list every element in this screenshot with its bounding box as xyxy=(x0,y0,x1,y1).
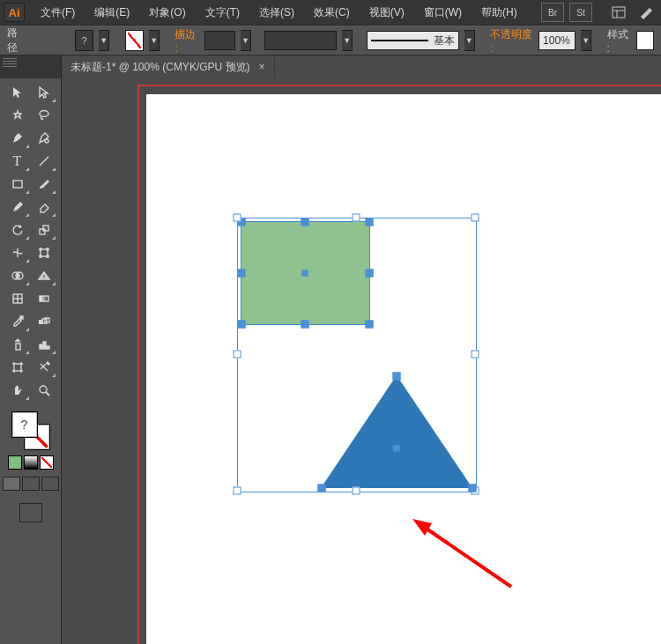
free-transform-tool[interactable] xyxy=(32,242,56,263)
draw-normal-mode[interactable] xyxy=(3,477,20,491)
curvature-tool[interactable] xyxy=(32,128,56,149)
lasso-tool[interactable] xyxy=(32,105,56,126)
opacity-dropdown[interactable]: ▼ xyxy=(581,30,591,51)
menu-select[interactable]: 选择(S) xyxy=(250,2,303,24)
magic-wand-tool[interactable] xyxy=(5,105,30,126)
anchor[interactable] xyxy=(318,485,326,492)
app-logo: Ai xyxy=(4,3,25,22)
svg-rect-24 xyxy=(20,316,23,319)
symbol-sprayer-tool[interactable] xyxy=(5,334,30,355)
svg-point-12 xyxy=(46,248,48,250)
stock-button[interactable]: St xyxy=(569,3,592,22)
bridge-button[interactable]: Br xyxy=(541,3,564,22)
scale-tool[interactable] xyxy=(32,219,56,241)
document-tab-close[interactable]: × xyxy=(259,61,265,73)
svg-rect-28 xyxy=(16,344,20,350)
graphic-style-swatch[interactable] xyxy=(636,31,654,50)
column-graph-tool[interactable] xyxy=(32,334,56,355)
hand-tool[interactable] xyxy=(5,380,30,401)
canvas-viewport[interactable] xyxy=(62,78,661,644)
color-mode-color[interactable] xyxy=(8,455,22,470)
svg-line-5 xyxy=(40,157,48,166)
svg-rect-7 xyxy=(40,229,45,234)
slice-tool[interactable] xyxy=(32,357,56,378)
direct-selection-tool[interactable] xyxy=(32,82,56,103)
menu-effect[interactable]: 效果(C) xyxy=(305,2,359,24)
width-tool[interactable] xyxy=(5,242,30,263)
artboard-tool[interactable] xyxy=(5,357,30,378)
eraser-tool[interactable] xyxy=(32,196,56,218)
sel-handle[interactable] xyxy=(234,487,241,495)
stroke-weight-dropdown[interactable]: ▼ xyxy=(241,30,251,51)
line-segment-tool[interactable] xyxy=(32,151,56,172)
sel-handle[interactable] xyxy=(234,351,241,359)
brush-definition-dropdown[interactable]: ▼ xyxy=(464,30,475,51)
menu-type[interactable]: 文字(T) xyxy=(197,2,249,24)
fill-dropdown[interactable]: ▼ xyxy=(99,30,109,51)
anchor[interactable] xyxy=(469,485,477,492)
svg-point-41 xyxy=(40,386,47,393)
menu-object[interactable]: 对象(O) xyxy=(140,2,194,24)
draw-behind-mode[interactable] xyxy=(22,477,40,491)
arrange-documents-icon[interactable] xyxy=(608,4,629,21)
shape-builder-tool[interactable] xyxy=(5,265,30,286)
eyedropper-tool[interactable] xyxy=(5,311,30,332)
gpu-brush-icon[interactable] xyxy=(635,4,656,21)
svg-rect-31 xyxy=(47,346,49,349)
rectangle-tool[interactable] xyxy=(5,174,30,195)
menu-file[interactable]: 文件(F) xyxy=(32,2,84,24)
perspective-grid-tool[interactable] xyxy=(32,265,56,286)
sel-handle[interactable] xyxy=(353,214,360,222)
pencil-tool[interactable] xyxy=(5,196,30,218)
selection-tool[interactable] xyxy=(5,82,30,103)
selection-bounds-outer[interactable] xyxy=(237,218,477,492)
stroke-weight-field[interactable] xyxy=(204,31,235,50)
center-point[interactable] xyxy=(394,446,400,452)
fill-color-indicator[interactable] xyxy=(11,411,38,438)
draw-inside-mode[interactable] xyxy=(41,477,59,491)
svg-rect-29 xyxy=(40,344,42,349)
zoom-tool[interactable] xyxy=(32,380,56,401)
screen-mode-button[interactable] xyxy=(19,503,42,522)
sel-handle[interactable] xyxy=(472,351,479,359)
tools-panel-header xyxy=(0,56,62,78)
paintbrush-tool[interactable] xyxy=(32,174,56,195)
menu-window[interactable]: 窗口(W) xyxy=(415,2,471,24)
stroke-dropdown[interactable]: ▼ xyxy=(149,30,160,51)
gradient-tool[interactable] xyxy=(32,288,56,309)
svg-point-11 xyxy=(39,248,41,250)
color-mode-none[interactable] xyxy=(40,455,54,470)
menu-view[interactable]: 视图(V) xyxy=(360,2,413,24)
mesh-tool[interactable] xyxy=(5,288,30,309)
menu-edit[interactable]: 编辑(E) xyxy=(85,2,138,24)
anchor[interactable] xyxy=(393,373,401,381)
document-tab-strip: 未标题-1* @ 100% (CMYK/GPU 预览) × xyxy=(0,56,661,78)
rotate-tool[interactable] xyxy=(5,219,30,241)
brush-definition-label: 基本 xyxy=(434,33,455,48)
opacity-field[interactable]: 100% xyxy=(538,31,576,50)
panel-grip-icon[interactable] xyxy=(3,58,17,67)
svg-rect-8 xyxy=(43,226,48,231)
style-label: 样式 : xyxy=(607,27,632,55)
sel-handle[interactable] xyxy=(472,214,479,222)
svg-line-44 xyxy=(421,525,511,587)
variable-width-dropdown[interactable]: ▼ xyxy=(342,30,353,51)
blend-tool[interactable] xyxy=(32,311,56,332)
fill-stroke-indicator[interactable] xyxy=(11,411,50,450)
type-tool[interactable]: T xyxy=(5,151,30,172)
menu-help[interactable]: 帮助(H) xyxy=(472,2,526,24)
fill-swatch[interactable]: ? xyxy=(75,30,94,51)
brush-definition[interactable]: 基本 xyxy=(367,31,459,50)
document-tab[interactable]: 未标题-1* @ 100% (CMYK/GPU 预览) × xyxy=(62,56,275,78)
stroke-swatch[interactable] xyxy=(125,30,145,51)
svg-rect-30 xyxy=(43,342,46,349)
color-mode-gradient[interactable] xyxy=(24,455,38,470)
sel-handle[interactable] xyxy=(234,214,241,222)
sel-handle[interactable] xyxy=(353,487,360,495)
variable-width-profile[interactable] xyxy=(264,31,337,50)
document-tab-title: 未标题-1* @ 100% (CMYK/GPU 预览) xyxy=(71,60,250,75)
pen-tool[interactable] xyxy=(5,128,30,149)
svg-marker-45 xyxy=(412,519,432,536)
svg-rect-6 xyxy=(13,181,22,188)
opacity-label: 不透明度 : xyxy=(490,27,533,55)
